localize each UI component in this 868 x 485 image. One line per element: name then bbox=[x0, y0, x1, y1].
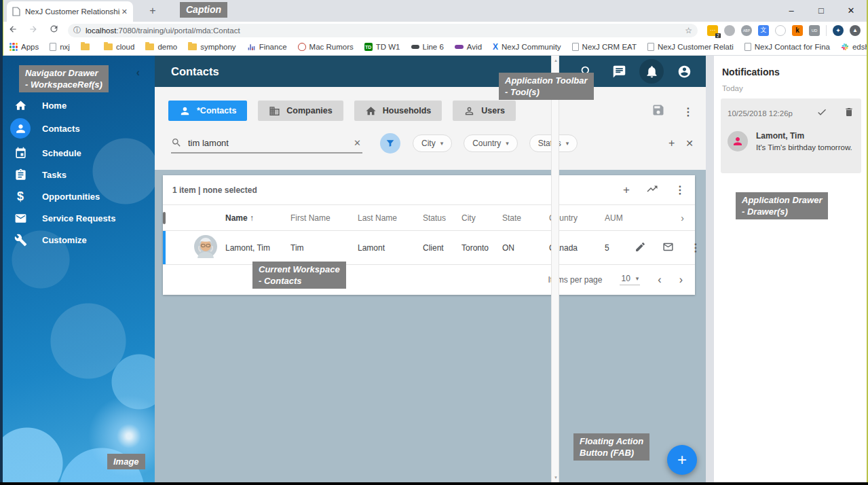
mark-read-check-icon[interactable] bbox=[816, 107, 827, 120]
site-info-icon[interactable]: ⓘ bbox=[73, 25, 81, 35]
extension-translate-icon[interactable]: 文 bbox=[758, 25, 769, 36]
notification-contact-name[interactable]: Lamont, Tim bbox=[756, 131, 852, 141]
column-header-name[interactable]: Name ↑ bbox=[225, 213, 290, 223]
extension-shoe-icon[interactable] bbox=[724, 25, 735, 36]
address-bar[interactable]: ⓘ localhost:7080/training/ui/portal/mda:… bbox=[68, 24, 698, 37]
forward-button[interactable] bbox=[26, 24, 41, 37]
bookmark-folder-cloud[interactable]: cloud bbox=[100, 41, 139, 52]
column-header-first-name[interactable]: First Name bbox=[290, 213, 358, 223]
column-header-aum[interactable]: AUM bbox=[605, 213, 635, 223]
filter-chip-country[interactable]: Country▾ bbox=[464, 134, 518, 152]
table-row[interactable]: Lamont, Tim Tim Lamont Client Toronto ON… bbox=[163, 231, 695, 264]
list-more-icon[interactable]: ⋮ bbox=[675, 183, 685, 196]
window-minimize-button[interactable]: – bbox=[787, 5, 796, 16]
extension-badge: 2 bbox=[715, 33, 721, 38]
bookmark-nxj[interactable]: nxj bbox=[45, 41, 74, 52]
email-envelope-icon[interactable] bbox=[662, 241, 674, 255]
column-header-state[interactable]: State bbox=[502, 213, 549, 223]
bookmark-finance[interactable]: Finance bbox=[243, 41, 291, 53]
sidebar-item-customize[interactable]: Customize bbox=[0, 229, 155, 251]
filter-chip-city[interactable]: City▾ bbox=[413, 134, 452, 152]
chat-icon[interactable] bbox=[607, 59, 631, 84]
bookmark-nexj-contact[interactable]: NexJ Contact for Fina bbox=[740, 41, 834, 52]
filter-funnel-button[interactable] bbox=[380, 133, 400, 154]
extension-kite-icon[interactable]: k bbox=[792, 25, 803, 36]
sidebar-item-home[interactable]: Home bbox=[0, 94, 155, 116]
more-columns-icon[interactable]: › bbox=[635, 213, 695, 223]
add-filter-icon[interactable]: + bbox=[668, 137, 675, 149]
extension-circle-icon[interactable] bbox=[775, 25, 786, 36]
scroll-up-icon[interactable]: ▲ bbox=[552, 58, 560, 62]
new-tab-button[interactable]: + bbox=[145, 4, 160, 19]
bookmark-nexj-crm-eat[interactable]: NexJ CRM EAT bbox=[568, 41, 641, 52]
column-header-status[interactable]: Status bbox=[423, 213, 461, 223]
extension-sessions-icon[interactable]: ⋯2 bbox=[707, 25, 718, 36]
bookmark-avid[interactable]: Avid bbox=[451, 41, 486, 52]
search-field[interactable]: ✕ bbox=[171, 133, 362, 154]
chart-icon bbox=[247, 43, 256, 52]
application-drawer: Notifications Today 10/25/2018 12:26p La… bbox=[714, 56, 868, 485]
window-close-button[interactable]: ✕ bbox=[846, 5, 856, 16]
folder-icon bbox=[188, 43, 197, 50]
sidebar-item-label: Opportunities bbox=[42, 192, 100, 202]
window-maximize-button[interactable]: □ bbox=[816, 5, 826, 16]
add-contact-icon[interactable]: + bbox=[623, 183, 630, 197]
previous-page-icon[interactable]: ‹ bbox=[658, 274, 661, 286]
screen: NexJ Customer Relationship Man ✕ + – □ ✕… bbox=[0, 0, 868, 485]
notification-card[interactable]: 10/25/2018 12:26p Lamont, Tim It's Tim's… bbox=[721, 98, 861, 173]
sidebar-item-opportunities[interactable]: $ Opportunities bbox=[0, 185, 155, 207]
floating-action-button[interactable]: + bbox=[667, 445, 697, 475]
clear-search-icon[interactable]: ✕ bbox=[354, 138, 361, 148]
bookmark-star-icon[interactable]: ☆ bbox=[685, 26, 692, 35]
chevron-down-icon: ▾ bbox=[566, 140, 569, 147]
bookmark-line6[interactable]: Line 6 bbox=[407, 41, 448, 52]
cell-status: Client bbox=[423, 243, 461, 253]
extension-swirl-icon[interactable]: ✦ bbox=[833, 25, 844, 36]
bookmark-td[interactable]: TDTD W1 bbox=[360, 41, 404, 52]
per-page-select[interactable]: 10▾ bbox=[620, 274, 640, 285]
tab-close-icon[interactable]: ✕ bbox=[121, 7, 128, 16]
vertical-scrollbar[interactable]: ▲ ▼ bbox=[551, 56, 559, 485]
tab-contacts[interactable]: *Contacts bbox=[168, 101, 247, 121]
drawer-collapse-icon[interactable]: ‹ bbox=[136, 67, 140, 79]
trending-up-icon[interactable] bbox=[646, 183, 658, 198]
bookmark-nexj-community[interactable]: XNexJ Community bbox=[489, 41, 565, 53]
tab-users[interactable]: Users bbox=[453, 101, 516, 121]
tab-companies[interactable]: Companies bbox=[258, 101, 343, 121]
tab-households[interactable]: Households bbox=[354, 101, 442, 121]
notifications-bell-icon[interactable] bbox=[639, 59, 664, 84]
bookmark-apps[interactable]: Apps bbox=[5, 41, 43, 52]
edit-pencil-icon[interactable] bbox=[635, 241, 646, 255]
cell-name[interactable]: Lamont, Tim bbox=[225, 243, 290, 253]
sidebar-item-tasks[interactable]: Tasks bbox=[0, 164, 155, 185]
sidebar-item-service-requests[interactable]: Service Requests bbox=[0, 207, 155, 229]
bookmark-macrumors[interactable]: Mac Rumors bbox=[294, 41, 358, 52]
browser-tab[interactable]: NexJ Customer Relationship Man ✕ bbox=[7, 1, 133, 22]
row-more-icon[interactable]: ⋮ bbox=[690, 241, 701, 254]
extension-uparrow-icon[interactable]: ▲ bbox=[850, 25, 861, 36]
save-icon[interactable] bbox=[652, 103, 665, 120]
bookmark-folder-symphony[interactable]: symphony bbox=[184, 41, 240, 52]
extension-ud-shield-icon[interactable]: UD bbox=[809, 25, 820, 36]
bookmark-slack[interactable]: edshaw | NexJ Slack bbox=[837, 41, 868, 52]
select-all-checkbox[interactable] bbox=[163, 212, 166, 224]
extension-abp-icon[interactable]: ABP bbox=[741, 25, 752, 36]
column-header-last-name[interactable]: Last Name bbox=[358, 213, 423, 223]
bookmark-nexj-customer[interactable]: NexJ Customer Relati bbox=[643, 41, 738, 52]
sidebar-item-schedule[interactable]: Schedule bbox=[0, 142, 155, 164]
bookmark-folder-demo[interactable]: demo bbox=[141, 41, 181, 52]
close-filters-icon[interactable]: ✕ bbox=[685, 138, 694, 149]
application-toolbar: *Contacts Companies Households Users bbox=[155, 87, 706, 170]
search-input[interactable] bbox=[188, 138, 337, 148]
delete-trash-icon[interactable] bbox=[844, 107, 854, 120]
sidebar-item-contacts[interactable]: Contacts bbox=[0, 118, 155, 139]
bookmark-folder-unnamed[interactable] bbox=[77, 42, 97, 52]
account-icon[interactable] bbox=[672, 59, 696, 84]
scroll-down-icon[interactable]: ▼ bbox=[552, 475, 560, 480]
reload-button[interactable] bbox=[46, 24, 61, 37]
column-header-city[interactable]: City bbox=[461, 213, 502, 223]
toolbar-more-icon[interactable]: ⋮ bbox=[683, 105, 694, 118]
next-page-icon[interactable]: › bbox=[679, 274, 683, 286]
window-controls: – □ ✕ bbox=[787, 0, 863, 20]
back-button[interactable] bbox=[5, 24, 20, 37]
